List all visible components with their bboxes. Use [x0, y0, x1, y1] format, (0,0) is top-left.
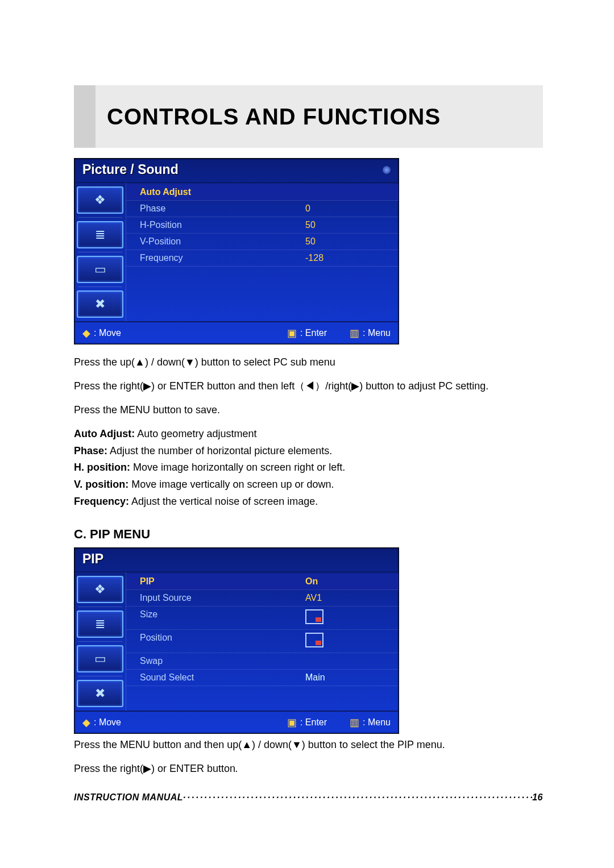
tools-icon[interactable]: ✖: [77, 290, 123, 318]
hint-move: ◆: Move: [82, 327, 121, 339]
footer-label: INSTRUCTION MANUAL: [74, 792, 183, 803]
osd1-body: ❖ ≣ ▭ ✖ Auto Adjust Phase 0: [74, 183, 399, 321]
header-accent: [74, 85, 96, 148]
footer-page-number: 16: [532, 792, 543, 803]
row-sound-select[interactable]: Sound Select Main: [126, 670, 399, 686]
instr2-line2: Press the right(▶) or ENTER button.: [74, 761, 543, 777]
page-footer: INSTRUCTION MANUAL ·····················…: [74, 792, 543, 803]
osd-picture-sound: Picture / Sound ❖ ≣ ▭ ✖ Auto Adjust: [74, 158, 399, 344]
osd1-title: Picture / Sound: [82, 162, 383, 177]
osd1-titlebar: Picture / Sound: [74, 159, 399, 183]
updown-icon: ◆: [82, 716, 90, 729]
picture-icon[interactable]: ❖: [77, 186, 123, 214]
list-icon[interactable]: ≣: [77, 610, 123, 638]
osd1-hintbar: ◆: Move ▣: Enter ▥: Menu: [74, 321, 399, 344]
hint-enter: ▣: Enter: [287, 716, 327, 729]
osd1-decor-icon: [383, 166, 391, 174]
row-h-position[interactable]: H-Position 50: [126, 217, 399, 234]
hint-menu: ▥: Menu: [350, 327, 391, 339]
definitions: Auto Adjust: Auto geometry adjustment Ph…: [74, 426, 543, 510]
page-header: CONTROLS AND FUNCTIONS: [74, 85, 543, 148]
manual-page: CONTROLS AND FUNCTIONS Picture / Sound ❖…: [0, 0, 614, 868]
section-c-heading: C. PIP MENU: [74, 527, 543, 542]
row-phase[interactable]: Phase 0: [126, 201, 399, 217]
instr1-line3: Press the MENU button to save.: [74, 402, 543, 418]
osd-pip: PIP ❖ ≣ ▭ ✖ PIP On: [74, 547, 399, 734]
osd1-settings: Auto Adjust Phase 0 H-Position 50 V-Posi…: [126, 183, 399, 321]
menu-icon: ▥: [350, 327, 359, 339]
instr1-line2: Press the right(▶) or ENTER button and t…: [74, 379, 543, 394]
hint-move: ◆: Move: [82, 716, 121, 729]
menu-icon: ▥: [350, 716, 359, 729]
osd2-sidebar: ❖ ≣ ▭ ✖: [74, 572, 126, 711]
instr1-line1: Press the up(▲) / down(▼) button to sele…: [74, 355, 543, 371]
enter-icon: ▣: [287, 327, 297, 339]
pip-icon[interactable]: ▭: [77, 256, 123, 283]
picture-icon[interactable]: ❖: [77, 576, 123, 603]
hint-menu: ▥: Menu: [350, 716, 391, 729]
hint-enter: ▣: Enter: [287, 327, 327, 339]
row-pip[interactable]: PIP On: [126, 574, 399, 590]
instructions-2: Press the MENU button and then up(▲) / d…: [74, 737, 543, 777]
instr2-line1: Press the MENU button and then up(▲) / d…: [74, 737, 543, 753]
osd2-body: ❖ ≣ ▭ ✖ PIP On Input Source AV1: [74, 572, 399, 711]
osd1-sidebar: ❖ ≣ ▭ ✖: [74, 183, 126, 321]
row-position[interactable]: Position: [126, 630, 399, 653]
row-v-position[interactable]: V-Position 50: [126, 234, 399, 250]
osd2-hintbar: ◆: Move ▣: Enter ▥: Menu: [74, 711, 399, 733]
row-frequency[interactable]: Frequency -128: [126, 250, 399, 267]
row-auto-adjust[interactable]: Auto Adjust: [126, 184, 399, 201]
pip-icon[interactable]: ▭: [77, 645, 123, 672]
row-input-source[interactable]: Input Source AV1: [126, 590, 399, 607]
tools-icon[interactable]: ✖: [77, 680, 123, 707]
updown-icon: ◆: [82, 327, 90, 339]
position-indicator-icon: [305, 633, 323, 647]
page-title: CONTROLS AND FUNCTIONS: [107, 104, 441, 130]
instructions-1: Press the up(▲) / down(▼) button to sele…: [74, 355, 543, 510]
osd2-titlebar: PIP: [74, 548, 399, 572]
page-content: Picture / Sound ❖ ≣ ▭ ✖ Auto Adjust: [74, 158, 543, 785]
osd2-settings: PIP On Input Source AV1 Size Position: [126, 572, 399, 711]
row-size[interactable]: Size: [126, 607, 399, 630]
size-indicator-icon: [305, 609, 323, 624]
osd2-title: PIP: [82, 551, 391, 567]
footer-dots: ········································…: [183, 792, 532, 803]
row-swap[interactable]: Swap: [126, 653, 399, 670]
enter-icon: ▣: [287, 716, 297, 729]
list-icon[interactable]: ≣: [77, 221, 123, 248]
